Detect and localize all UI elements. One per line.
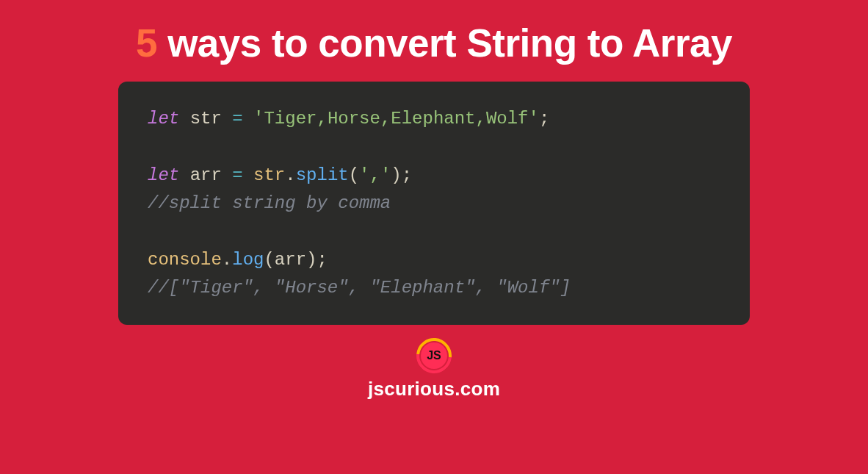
code-line-2: let arr = str.split(',');: [148, 162, 720, 190]
code-block: let str = 'Tiger,Horse,Elephant,Wolf'; l…: [118, 82, 750, 325]
code-line-3: //split string by comma: [148, 190, 720, 218]
page-title: 5 ways to convert String to Array: [136, 21, 732, 65]
title-rest: ways to convert String to Array: [157, 21, 732, 65]
title-accent: 5: [136, 21, 157, 65]
code-line-5: //["Tiger", "Horse", "Elephant", "Wolf"]: [148, 274, 720, 302]
code-blank-1: [148, 133, 720, 161]
site-name: jscurious.com: [368, 378, 500, 401]
logo-js-icon: JS: [416, 338, 452, 373]
code-blank-2: [148, 218, 720, 246]
footer: JS jscurious.com: [368, 338, 500, 401]
code-line-4: console.log(arr);: [148, 246, 720, 274]
logo-inner: JS: [421, 342, 447, 369]
code-line-1: let str = 'Tiger,Horse,Elephant,Wolf';: [148, 105, 720, 133]
